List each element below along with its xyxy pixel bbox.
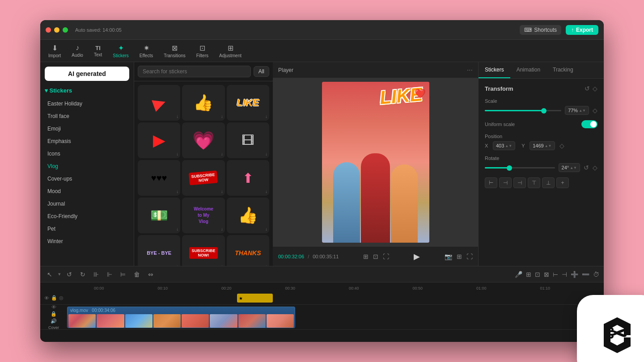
diamond-icon[interactable]: ◇ (593, 85, 597, 92)
sticker-bye[interactable]: BYE - BYE ↓ (138, 235, 180, 266)
sticker-heart[interactable]: 💗 ↓ (182, 122, 225, 158)
player-menu-icon[interactable]: ··· (467, 66, 473, 74)
ai-generated-button[interactable]: AI generated (45, 67, 129, 81)
tl-icon7[interactable]: ➖ (582, 271, 589, 278)
uniform-scale-toggle[interactable] (581, 120, 597, 128)
sticker-money[interactable]: 💵 ↓ (138, 198, 180, 233)
align-right-btn[interactable]: ⊣ (513, 177, 526, 188)
tl-clock-icon[interactable]: ⏱ (593, 271, 599, 278)
rotate-value[interactable]: 24° ▲▼ (559, 163, 580, 172)
align-center-v-btn[interactable]: ⊣ (499, 177, 512, 188)
category-eco[interactable]: Eco-Friendly (40, 210, 134, 223)
tl-icon2[interactable]: ⊡ (535, 271, 540, 278)
cursor-tool[interactable]: ↖ (45, 270, 55, 279)
split-tool[interactable]: ⊪ (91, 270, 101, 279)
toolbar-stickers[interactable]: ✦ Stickers (108, 42, 133, 60)
track-lock-icon[interactable]: 🔒 (51, 295, 57, 301)
category-icons[interactable]: Icons (40, 147, 134, 160)
toolbar-adjustment[interactable]: ⊞ Adjustment (215, 42, 246, 60)
tab-animation[interactable]: Animation (510, 62, 547, 78)
redo-tool[interactable]: ↻ (78, 270, 88, 279)
sticker-film[interactable]: 🎞 ↓ (227, 122, 269, 158)
tab-tracking[interactable]: Tracking (547, 62, 580, 78)
tl-icon4[interactable]: ⊢ (553, 271, 558, 278)
expand-icon[interactable]: ⛶ (466, 253, 473, 260)
scale-keyframe-icon[interactable]: ◇ (593, 107, 597, 114)
category-vlog[interactable]: Vlog (40, 160, 134, 173)
sticker-subscribe-now[interactable]: SUBSCRIBENOW ↓ (182, 160, 225, 196)
sticker-arrow[interactable]: ▶ ↓ (138, 85, 180, 121)
position-x-value[interactable]: 403 ▲▼ (493, 141, 515, 150)
split2-tool[interactable]: ⊩ (105, 270, 114, 279)
sticker-youtube-play[interactable]: ▶ ↓ (138, 122, 180, 158)
category-troll[interactable]: Troll face (40, 110, 134, 122)
position-x-stepper[interactable]: ▲▼ (505, 144, 512, 148)
scale-slider[interactable] (485, 110, 561, 111)
video-track-lock-icon[interactable]: 🔒 (51, 311, 57, 317)
position-y-stepper[interactable]: ▲▼ (545, 144, 552, 148)
track-eye-icon[interactable]: 👁 (44, 295, 49, 301)
tl-icon5[interactable]: ⊣ (562, 271, 567, 278)
scale-stepper[interactable]: ▲▼ (579, 109, 586, 113)
sticker-like-text[interactable]: LIKE ↓ (227, 85, 269, 121)
scale-value[interactable]: 77% ▲▼ (565, 106, 589, 115)
reset-icon[interactable]: ↺ (585, 85, 590, 92)
resolution-icon[interactable]: ⊞ (363, 253, 369, 260)
split3-tool[interactable]: ⊨ (118, 270, 128, 279)
camera-icon[interactable]: 📷 (445, 253, 452, 260)
category-mood[interactable]: Mood (40, 185, 134, 198)
toolbar-filters[interactable]: ⊡ Filters (192, 42, 213, 60)
toolbar-import[interactable]: ⬇ Import (44, 42, 65, 60)
video-track-vol-icon[interactable]: 🔊 (51, 318, 57, 324)
track-vis-icon[interactable]: ◎ (59, 295, 64, 301)
rotate-reset-icon[interactable]: ↺ (584, 164, 589, 171)
toolbar-text[interactable]: TI Text (89, 43, 106, 59)
rotate-slider[interactable] (485, 167, 555, 168)
sticker-clip[interactable]: ★ (237, 294, 273, 303)
mirror-tool[interactable]: ⇔ (146, 270, 156, 279)
category-emoji[interactable]: Emoji (40, 122, 134, 135)
delete-tool[interactable]: 🗑 (131, 270, 142, 279)
tl-icon3[interactable]: ⊠ (544, 271, 549, 278)
category-winter[interactable]: Winter (40, 235, 134, 248)
tl-icon6[interactable]: ➕ (571, 271, 578, 278)
align-left-btn[interactable]: ⊢ (485, 177, 497, 188)
sticker-subscribe-now2[interactable]: SUBSCRIBENOW! ↓ (182, 235, 225, 266)
ratio-icon[interactable]: ⊡ (373, 253, 378, 260)
category-pet[interactable]: Pet (40, 223, 134, 235)
shortcuts-button[interactable]: ⌨ Shortcuts (520, 25, 561, 35)
maximize-button[interactable] (63, 27, 68, 33)
position-y-value[interactable]: 1469 ▲▼ (530, 141, 555, 150)
undo-tool[interactable]: ↺ (64, 270, 74, 279)
category-easter[interactable]: Easter Holiday (40, 97, 134, 110)
fullscreen-icon[interactable]: ⛶ (383, 253, 389, 260)
rotate-stepper[interactable]: ▲▼ (570, 166, 577, 170)
category-coverups[interactable]: Cover-ups (40, 173, 134, 185)
category-emphasis[interactable]: Emphasis (40, 135, 134, 147)
sticker-search-input[interactable] (138, 66, 251, 77)
sticker-welcome-vlog[interactable]: Welcometo MyVlog ↓ (182, 198, 225, 233)
tl-icon1[interactable]: ⊞ (526, 271, 531, 278)
toolbar-effects[interactable]: ✷ Effects (135, 42, 157, 60)
align-center-h-btn[interactable]: ⊥ (542, 177, 555, 188)
sticker-thumbsup[interactable]: 👍 ↓ (182, 85, 225, 121)
sticker-cursor[interactable]: ⬆ ↓ (227, 160, 269, 196)
all-filter-button[interactable]: All (254, 66, 269, 77)
align-plus-btn[interactable]: + (556, 177, 569, 188)
toolbar-transitions[interactable]: ⊠ Transitions (159, 42, 190, 60)
mic-icon[interactable]: 🎤 (515, 271, 522, 278)
video-track-eye-icon[interactable]: 👁 (51, 304, 56, 310)
grid-icon[interactable]: ⊞ (457, 253, 462, 260)
play-button[interactable]: ▶ (414, 252, 420, 261)
toolbar-audio[interactable]: ♪ Audio (67, 42, 88, 59)
position-keyframe-icon[interactable]: ◇ (559, 142, 564, 149)
minimize-button[interactable] (54, 27, 59, 33)
category-journal[interactable]: Journal (40, 198, 134, 210)
align-top-btn[interactable]: ⊤ (528, 177, 540, 188)
sticker-thanks[interactable]: THANKS ↓ (227, 235, 269, 266)
export-button[interactable]: ↑ Export (566, 25, 598, 35)
sticker-thumbs-big[interactable]: 👍 ↓ (227, 198, 269, 233)
sticker-hearts3[interactable]: ♥♥♥ ↓ (138, 160, 180, 196)
rotate-keyframe-icon[interactable]: ◇ (593, 164, 597, 171)
close-button[interactable] (46, 27, 51, 33)
